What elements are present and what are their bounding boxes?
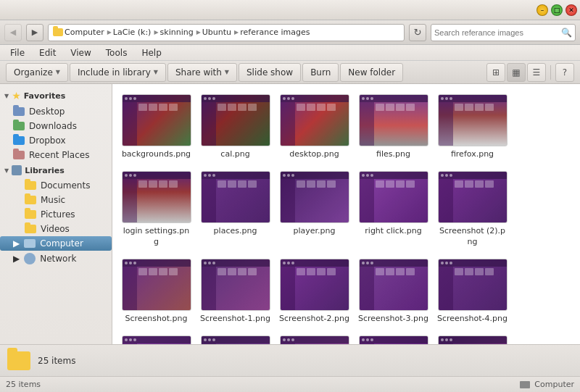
file-item[interactable]: Screenshot (2).png (434, 167, 510, 251)
breadcrumb-computer[interactable]: Computer (65, 28, 112, 37)
main-content: ▼ ★ Favorites Desktop Downloads Dropbox … (0, 84, 580, 344)
sidebar-item-computer[interactable]: ▶ Computer (0, 236, 112, 251)
breadcrumb-referance[interactable]: referance images (240, 28, 310, 37)
info-bar: 25 items (0, 344, 580, 376)
menu-tools[interactable]: Tools (100, 46, 133, 59)
file-item[interactable]: Screenshot-6.png (197, 331, 273, 344)
file-item[interactable]: Screenshot-1.png (197, 254, 273, 328)
favorites-header[interactable]: ▼ ★ Favorites (0, 87, 112, 104)
menu-view[interactable]: View (65, 46, 96, 59)
menu-file[interactable]: File (4, 46, 30, 59)
file-thumbnail (359, 171, 428, 223)
file-item[interactable]: Screenshot-7.png (276, 331, 352, 344)
organize-label: Organize (14, 67, 53, 78)
pictures-icon (25, 210, 36, 219)
thumb-dot (445, 174, 448, 177)
thumb-sidebar-mini (202, 343, 216, 344)
view-thumbnail-btn[interactable]: ▦ (507, 63, 526, 82)
slideshow-button[interactable]: Slide show (239, 63, 301, 82)
file-item[interactable]: Screenshot-2.png (276, 254, 352, 328)
sidebar-item-pictures[interactable]: Pictures (0, 207, 112, 222)
file-thumbnail (122, 259, 191, 311)
file-item[interactable]: right click.png (355, 167, 431, 251)
thumb-body (439, 102, 507, 146)
thumb-dot (212, 338, 215, 341)
burn-button[interactable]: Burn (302, 63, 339, 82)
help-button[interactable]: ? (555, 63, 574, 82)
view-extra-btn[interactable]: ⊞ (486, 63, 505, 82)
minimize-button[interactable]: – (536, 4, 548, 16)
slideshow-label: Slide show (246, 67, 293, 78)
breadcrumb[interactable]: Computer LaCie (k:) skinning Ubuntu refe… (48, 24, 405, 41)
thumb-dot (441, 338, 444, 341)
menu-help[interactable]: Help (136, 46, 167, 59)
thumb-icon-mini (238, 180, 246, 188)
file-item[interactable]: Screenshot-5.png (118, 331, 194, 344)
thumb-sidebar-mini (281, 343, 295, 344)
thumb-icon-mini (169, 268, 178, 275)
file-item[interactable]: desktop.png (276, 90, 352, 164)
close-button[interactable]: ✕ (566, 4, 577, 16)
organize-button[interactable]: Organize ▼ (6, 63, 68, 82)
maximize-button[interactable]: □ (551, 4, 563, 16)
sidebar-item-downloads[interactable]: Downloads (0, 119, 112, 133)
search-icon[interactable]: 🔍 (561, 28, 572, 38)
downloads-label: Downloads (29, 121, 77, 131)
sidebar-item-recent[interactable]: Recent Places (0, 148, 112, 162)
file-thumbnail (438, 259, 508, 311)
thumb-dot (283, 338, 286, 341)
new-folder-button[interactable]: New folder (340, 63, 403, 82)
file-name: backgrounds.png (122, 149, 191, 159)
sidebar-item-dropbox[interactable]: Dropbox (0, 133, 112, 148)
include-library-button[interactable]: Include in library ▼ (70, 63, 166, 82)
thumb-overlay (439, 336, 507, 344)
file-item[interactable]: cal.png (197, 90, 273, 164)
thumb-content-mini (453, 102, 507, 146)
sidebar-item-documents[interactable]: Documents (0, 178, 112, 193)
thumb-content-mini (295, 343, 349, 344)
file-item[interactable]: player.png (276, 167, 352, 251)
breadcrumb-lacie[interactable]: LaCie (k:) (113, 28, 159, 37)
thumb-content-mini (374, 267, 428, 310)
sidebar-item-network[interactable]: ▶ Network (0, 251, 112, 267)
file-thumbnail (438, 94, 508, 146)
thumb-overlay (281, 95, 349, 146)
file-name: Screenshot-2.png (279, 314, 349, 324)
refresh-button[interactable]: ↻ (409, 24, 426, 41)
thumb-icon-mini (248, 104, 257, 111)
thumb-topbar (360, 259, 428, 267)
file-item[interactable]: Screenshot-4.png (434, 254, 510, 328)
file-item[interactable]: Screenshot-3.png (355, 254, 431, 328)
sidebar-item-videos[interactable]: Videos (0, 222, 112, 236)
sidebar-item-music[interactable]: Music (0, 193, 112, 207)
view-list-btn[interactable]: ☰ (527, 63, 546, 82)
sidebar-item-desktop[interactable]: Desktop (0, 104, 112, 119)
breadcrumb-skinning[interactable]: skinning (160, 28, 201, 37)
thumb-icon-mini (475, 180, 484, 188)
libraries-header[interactable]: ▼ Libraries (0, 162, 112, 178)
file-item[interactable]: places.png (197, 167, 273, 251)
thumb-dot (441, 174, 444, 177)
file-item[interactable]: Screenshot.png (118, 254, 194, 328)
breadcrumb-ubuntu[interactable]: Ubuntu (202, 28, 239, 37)
thumb-dot (366, 97, 369, 100)
file-item[interactable]: Screenshot-8.png (355, 331, 431, 344)
file-item[interactable]: login settings.png (118, 167, 194, 251)
thumb-topbar (360, 336, 428, 343)
search-input[interactable] (434, 28, 558, 37)
file-item[interactable]: Screenshot-9.png (434, 331, 510, 344)
dropbox-folder-icon (13, 136, 25, 145)
share-with-button[interactable]: Share with ▼ (167, 63, 237, 82)
thumb-icon-mini (307, 268, 315, 275)
file-thumbnail (438, 171, 508, 223)
thumb-topbar (123, 259, 191, 267)
favorites-label: Favorites (24, 91, 65, 101)
thumb-icon-mini (465, 180, 473, 188)
thumb-sidebar-mini (439, 179, 453, 222)
menu-edit[interactable]: Edit (33, 46, 62, 59)
file-item[interactable]: backgrounds.png (118, 90, 194, 164)
back-button[interactable]: ◀ (4, 24, 22, 41)
file-item[interactable]: firefox.png (434, 90, 510, 164)
file-item[interactable]: files.png (355, 90, 431, 164)
forward-button[interactable]: ▶ (26, 24, 44, 41)
